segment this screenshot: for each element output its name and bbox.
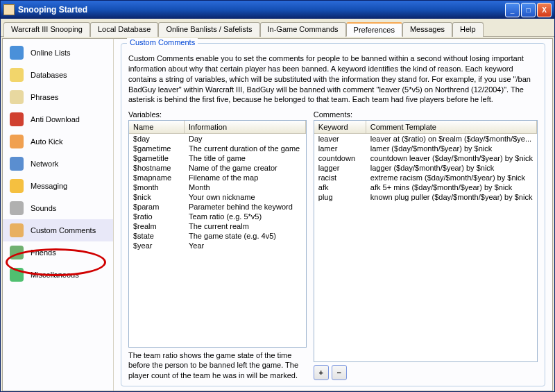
sidebar-item-label: Network	[31, 160, 58, 168]
table-row[interactable]: countdowncountdown leaver ($day/$month/$…	[314, 153, 537, 163]
minimize-button[interactable]: _	[505, 3, 520, 17]
sidebar-item-messaging[interactable]: Messaging	[3, 175, 113, 197]
sidebar-item-phrases[interactable]: Phrases	[3, 86, 113, 108]
tab-in-game-commands[interactable]: In-Game Commands	[260, 22, 346, 37]
table-row[interactable]: lamerlamer ($day/$month/$year) by $nick	[314, 144, 537, 153]
sidebar-item-auto-kick[interactable]: Auto Kick	[3, 130, 113, 153]
tab-bar: Warcraft III SnoopingLocal DatabaseOnlin…	[1, 19, 554, 37]
table-row[interactable]: leaverleaver at ($ratio) on $realm ($day…	[314, 134, 537, 144]
variable-name: $hostname	[129, 163, 185, 173]
sidebar-item-online-lists[interactable]: Online Lists	[3, 42, 113, 64]
variable-info: Your own nickname	[185, 192, 306, 202]
variables-col-name[interactable]: Name	[129, 121, 185, 133]
tab-online-banlists-safelists[interactable]: Online Banlists / Safelists	[158, 22, 259, 37]
table-row[interactable]: racistextreme racism ($day/$month/$year)…	[314, 173, 537, 182]
variable-name: $nick	[129, 192, 185, 202]
table-row[interactable]: afkafk 5+ mins ($day/$month/$year) by $n…	[314, 182, 537, 192]
close-button[interactable]: X	[537, 3, 552, 17]
table-row[interactable]: $gametitleThe title of game	[129, 153, 306, 163]
sidebar-item-anti-download[interactable]: Anti Download	[3, 108, 113, 130]
maximize-button[interactable]: □	[521, 3, 536, 17]
sidebar-item-label: Auto Kick	[31, 137, 62, 146]
table-row[interactable]: $ratioTeam ratio (e.g. 5*v5)	[129, 212, 306, 221]
variable-info: Day	[185, 134, 306, 144]
variable-name: $state	[129, 231, 185, 241]
variable-info: Name of the game creator	[185, 163, 306, 173]
variable-info: Parameter behind the keyword	[185, 202, 306, 212]
variable-info: The current duration of the game	[185, 144, 306, 153]
tab-help[interactable]: Help	[452, 22, 484, 37]
sidebar-item-label: Sounds	[31, 204, 56, 212]
comment-template: leaver at ($ratio) on $realm ($day/$mont…	[366, 134, 537, 144]
sidebar-item-miscellaneous[interactable]: Miscellaneous	[3, 264, 113, 286]
variable-info: The current realm	[185, 221, 306, 231]
blocked-icon	[8, 111, 25, 128]
scroll-icon	[8, 89, 25, 105]
app-icon	[3, 4, 15, 15]
group-title: Custom Comments	[127, 38, 198, 46]
sidebar-item-label: Online Lists	[31, 49, 70, 57]
sidebar-item-custom-comments[interactable]: Custom Comments	[3, 219, 113, 241]
table-row[interactable]: laggerlagger ($day/$month/$year) by $nic…	[314, 163, 537, 173]
group-description: Custom Comments enable you to set the co…	[128, 53, 538, 105]
table-row[interactable]: $gametimeThe current duration of the gam…	[129, 144, 306, 153]
comment-keyword: plug	[314, 192, 366, 202]
friends-icon	[8, 244, 25, 261]
table-row[interactable]: $nickYour own nickname	[129, 192, 306, 202]
sidebar-item-label: Anti Download	[31, 115, 80, 123]
sidebar-item-sounds[interactable]: Sounds	[3, 197, 113, 219]
sidebar-item-databases[interactable]: Databases	[3, 64, 113, 86]
variable-name: $ratio	[129, 212, 185, 221]
remove-button[interactable]: −	[332, 365, 347, 380]
comments-col-keyword[interactable]: Keyword	[314, 121, 366, 133]
table-row[interactable]: $stateThe game state (e.g. 4v5)	[129, 231, 306, 241]
sidebar-item-friends[interactable]: Friends	[3, 241, 113, 264]
sidebar-item-label: Miscellaneous	[31, 271, 79, 279]
comment-template: extreme racism ($day/$month/$year) by $n…	[366, 173, 537, 182]
tab-warcraft-iii-snooping[interactable]: Warcraft III Snooping	[3, 22, 90, 37]
comments-list[interactable]: Keyword Comment Template leaverleaver at…	[314, 120, 538, 362]
variables-header: Name Information	[129, 121, 306, 134]
content-area: Online ListsDatabasesPhrasesAnti Downloa…	[2, 38, 553, 391]
table-row[interactable]: $yearYear	[129, 241, 306, 250]
table-row[interactable]: $mapnameFilename of the map	[129, 173, 306, 182]
variable-info: Year	[185, 241, 306, 250]
variable-name: $gametitle	[129, 153, 185, 163]
variable-name: $param	[129, 202, 185, 212]
table-row[interactable]: $monthMonth	[129, 182, 306, 192]
sidebar-item-label: Friends	[31, 248, 56, 257]
sidebar-item-network[interactable]: Network	[3, 153, 113, 175]
comments-col-template[interactable]: Comment Template	[366, 121, 537, 133]
comment-template: known plug puller ($day/$month/$year) by…	[366, 192, 537, 202]
table-row[interactable]: $paramParameter behind the keyword	[129, 202, 306, 212]
variable-info: The game state (e.g. 4v5)	[185, 231, 306, 241]
comment-keyword: lamer	[314, 144, 366, 153]
window-title: Snooping Started	[18, 5, 504, 15]
add-button[interactable]: +	[314, 365, 329, 380]
preferences-main: Custom Comments Custom Comments enable y…	[114, 39, 552, 391]
app-window: Snooping Started _ □ X Warcraft III Snoo…	[0, 0, 555, 392]
table-row[interactable]: $dayDay	[129, 134, 306, 144]
variable-info: Month	[185, 182, 306, 192]
chat-icon	[8, 178, 25, 194]
check-icon	[8, 266, 25, 283]
variable-info: The title of game	[185, 153, 306, 163]
variable-name: $day	[129, 134, 185, 144]
speaker-icon	[8, 200, 25, 216]
database-icon	[8, 67, 25, 83]
sidebar-item-label: Databases	[31, 71, 67, 79]
variable-name: $gametime	[129, 144, 185, 153]
titlebar: Snooping Started _ □ X	[1, 1, 554, 19]
table-row[interactable]: $realmThe current realm	[129, 221, 306, 231]
tab-preferences[interactable]: Preferences	[346, 22, 402, 37]
table-row[interactable]: $hostnameName of the game creator	[129, 163, 306, 173]
comments-label: Comments:	[314, 110, 538, 119]
variables-label: Variables:	[128, 110, 307, 119]
columns: Variables: Name Information $dayDay$game…	[128, 110, 538, 380]
tab-local-database[interactable]: Local Database	[90, 22, 158, 37]
table-row[interactable]: plugknown plug puller ($day/$month/$year…	[314, 192, 537, 202]
variables-col-info[interactable]: Information	[185, 121, 306, 133]
comment-template: lagger ($day/$month/$year) by $nick	[366, 163, 537, 173]
tab-messages[interactable]: Messages	[402, 22, 452, 37]
variables-list[interactable]: Name Information $dayDay$gametimeThe cur…	[128, 120, 307, 348]
